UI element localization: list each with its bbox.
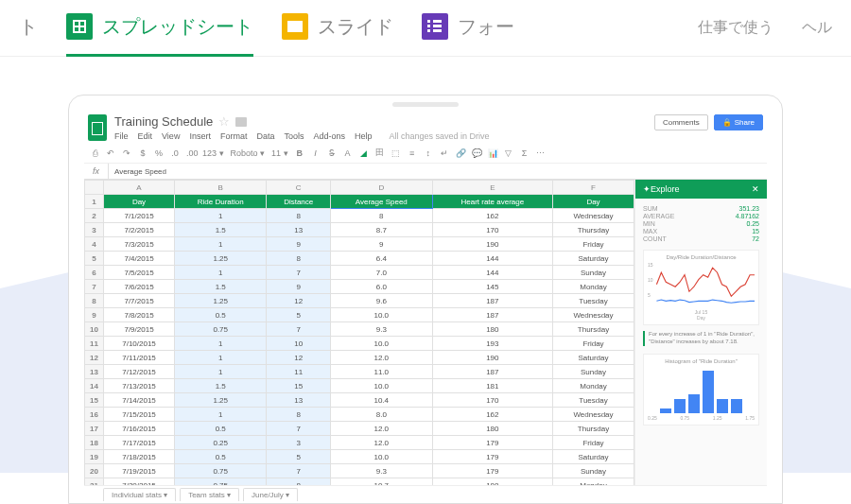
row-header[interactable]: 12 — [85, 351, 104, 365]
cell[interactable]: 7 — [267, 322, 331, 337]
cell[interactable]: 7 — [267, 266, 331, 280]
comments-button[interactable]: Comments — [654, 114, 708, 130]
cell[interactable]: 8.0 — [330, 408, 432, 422]
row-header[interactable]: 2 — [85, 209, 104, 223]
cell[interactable]: 12.0 — [330, 436, 432, 450]
cell[interactable]: 7/6/2015 — [104, 280, 175, 294]
cell[interactable]: 1.25 — [175, 252, 267, 266]
row-header[interactable]: 3 — [85, 223, 104, 237]
cell[interactable]: 11 — [267, 365, 331, 379]
nav-prev-trunc[interactable]: ト — [19, 0, 38, 57]
row-header[interactable]: 1 — [85, 195, 104, 209]
row-header[interactable]: 6 — [85, 266, 104, 280]
cell[interactable]: 179 — [432, 436, 552, 450]
cell[interactable]: 7/9/2015 — [104, 322, 175, 337]
menu-add-ons[interactable]: Add-ons — [313, 131, 345, 141]
undo-icon[interactable]: ↶ — [106, 148, 115, 158]
cell[interactable]: 9 — [330, 237, 432, 252]
cell[interactable]: 162 — [432, 209, 552, 223]
cell[interactable]: 7/1/2015 — [104, 209, 175, 223]
cell[interactable]: Wednesday — [552, 308, 634, 322]
col-header[interactable]: E — [432, 181, 552, 195]
cell[interactable]: 0.75 — [175, 322, 267, 337]
cell[interactable]: 1 — [175, 365, 267, 379]
cell[interactable]: 11.0 — [330, 365, 432, 379]
nav-work-link[interactable]: 仕事で使う — [698, 18, 773, 38]
cell[interactable]: 7/13/2015 — [104, 379, 175, 393]
cell[interactable]: 180 — [432, 322, 552, 337]
cell[interactable]: Wednesday — [552, 408, 634, 422]
menu-data[interactable]: Data — [256, 131, 274, 141]
row-header[interactable]: 4 — [85, 237, 104, 252]
cell[interactable]: 144 — [432, 266, 552, 280]
nav-slides[interactable]: スライド — [282, 0, 393, 57]
header-cell[interactable]: Day — [104, 195, 175, 209]
cell[interactable]: 5 — [267, 308, 331, 322]
cell[interactable]: 180 — [432, 422, 552, 436]
currency-icon[interactable]: $ — [138, 148, 148, 158]
share-button[interactable]: 🔒 Share — [714, 114, 763, 130]
sheet-tab[interactable]: Team stats ▾ — [180, 488, 239, 501]
percent-icon[interactable]: % — [154, 148, 164, 158]
row-header[interactable]: 7 — [85, 280, 104, 294]
align-icon[interactable]: ≡ — [408, 148, 417, 158]
cell[interactable]: 6.4 — [330, 252, 432, 266]
row-header[interactable]: 21 — [85, 478, 104, 486]
cell[interactable]: Tuesday — [552, 294, 634, 308]
sheet-tab[interactable]: Individual stats ▾ — [103, 488, 176, 501]
cell[interactable]: 0.25 — [175, 436, 267, 450]
cell[interactable]: 6.0 — [330, 280, 432, 294]
cell[interactable]: 7/14/2015 — [104, 393, 175, 408]
cell[interactable]: 190 — [432, 237, 552, 252]
cell[interactable]: 15 — [267, 379, 331, 393]
cell[interactable]: 13 — [267, 223, 331, 237]
cell[interactable]: 1.5 — [175, 223, 267, 237]
header-cell[interactable]: Distance — [267, 195, 331, 209]
cell[interactable]: Sunday — [552, 464, 634, 478]
cell[interactable]: 0.75 — [175, 464, 267, 478]
header-cell[interactable]: Heart rate average — [432, 195, 552, 209]
cell[interactable]: 187 — [432, 365, 552, 379]
cell[interactable]: 1 — [175, 337, 267, 351]
cell[interactable]: 187 — [432, 308, 552, 322]
cell[interactable]: Monday — [552, 478, 634, 486]
cell[interactable]: Sunday — [552, 365, 634, 379]
cell[interactable]: 162 — [432, 408, 552, 422]
cell[interactable]: 12 — [267, 294, 331, 308]
header-cell[interactable]: Day — [552, 195, 634, 209]
cell[interactable]: 8 — [267, 252, 331, 266]
cell[interactable]: 0.5 — [175, 422, 267, 436]
cell[interactable]: Thursday — [552, 322, 634, 337]
row-header[interactable]: 9 — [85, 308, 104, 322]
cell[interactable]: 10.0 — [330, 308, 432, 322]
row-header[interactable]: 11 — [85, 337, 104, 351]
cell[interactable]: 7/17/2015 — [104, 436, 175, 450]
nav-help-link[interactable]: ヘル — [802, 18, 832, 38]
cell[interactable]: 8.7 — [330, 223, 432, 237]
font-select[interactable]: Roboto ▾ — [231, 148, 266, 158]
cell[interactable]: 10.0 — [330, 337, 432, 351]
cell[interactable]: Friday — [552, 436, 634, 450]
strike-icon[interactable]: S̶ — [327, 148, 337, 158]
cell[interactable]: 10.0 — [330, 379, 432, 393]
italic-icon[interactable]: I — [311, 148, 321, 158]
bold-icon[interactable]: B — [295, 148, 304, 158]
cell[interactable]: 7/19/2015 — [104, 464, 175, 478]
cell[interactable]: 7/3/2015 — [104, 237, 175, 252]
merge-icon[interactable]: ⬚ — [391, 148, 401, 158]
text-color-icon[interactable]: A — [343, 148, 353, 158]
wrap-icon[interactable]: ↵ — [440, 148, 449, 158]
cell[interactable]: 187 — [432, 294, 552, 308]
col-header[interactable]: F — [552, 181, 634, 195]
header-cell[interactable]: Average Speed — [330, 195, 432, 209]
cell[interactable]: 10.0 — [330, 450, 432, 464]
cell[interactable]: 8 — [267, 209, 331, 223]
row-header[interactable]: 17 — [85, 422, 104, 436]
row-header[interactable]: 20 — [85, 464, 104, 478]
more-icon[interactable]: ⋯ — [536, 148, 546, 158]
cell[interactable]: 7 — [267, 422, 331, 436]
print-icon[interactable]: ⎙ — [90, 148, 99, 158]
comment-icon[interactable]: 💬 — [472, 148, 481, 158]
col-header[interactable]: A — [104, 181, 175, 195]
cell[interactable]: 1 — [175, 209, 267, 223]
